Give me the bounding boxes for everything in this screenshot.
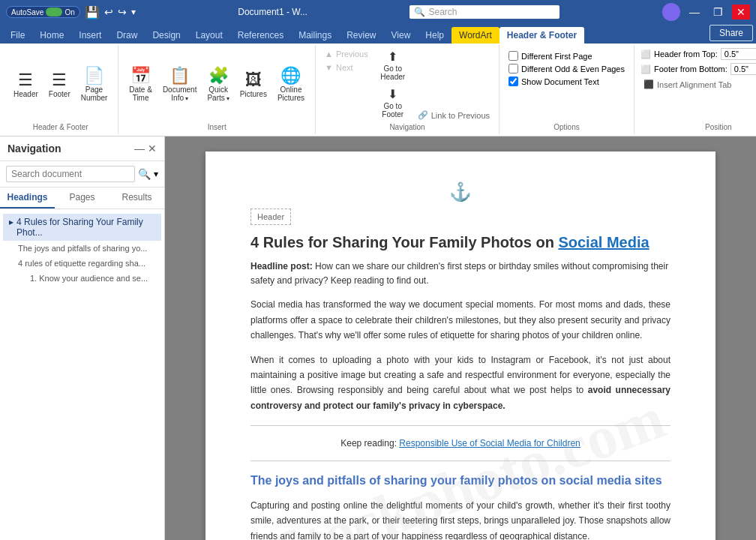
tab-results[interactable]: Results xyxy=(110,188,164,208)
header-icon: ☰ xyxy=(18,72,33,88)
nav-close-button[interactable]: ✕ xyxy=(148,142,157,154)
tab-wordart[interactable]: WordArt xyxy=(452,27,500,44)
goto-header-label: Go toHeader xyxy=(380,64,405,81)
header-from-top-input[interactable] xyxy=(721,48,756,60)
online-pictures-icon: 🌐 xyxy=(280,68,301,84)
link-to-prev: 🔗 Link to Previous xyxy=(415,48,493,122)
nav-item-know[interactable]: 1. Know your audience and se... xyxy=(3,271,161,286)
insert-buttons: 📅 Date &Time 📋 DocumentInfo▾ 🧩 QuickPart… xyxy=(124,48,309,122)
footer-from-bottom-input[interactable] xyxy=(730,63,756,75)
tab-headings[interactable]: Headings xyxy=(0,188,55,208)
goto-footer-button[interactable]: ⬇ Go toFooter xyxy=(374,86,412,122)
tab-insert[interactable]: Insert xyxy=(71,27,109,44)
para3: Capturing and posting online the delight… xyxy=(250,498,670,540)
tab-view[interactable]: View xyxy=(384,27,418,44)
title-bar-left: AutoSave On 💾 ↩ ↪ ▾ xyxy=(6,5,136,20)
link-icon: 🔗 xyxy=(418,110,428,120)
tab-header-footer[interactable]: Header & Footer xyxy=(500,27,584,44)
keep-reading-link[interactable]: Responsible Use of Social Media for Chil… xyxy=(399,438,580,448)
show-doc-text-checkbox[interactable] xyxy=(508,76,518,86)
page-number-icon: 📄 xyxy=(84,68,104,84)
page-number-label: PageNumber xyxy=(81,86,108,102)
document-info-button[interactable]: 📋 DocumentInfo▾ xyxy=(158,64,202,105)
tab-mailings[interactable]: Mailings xyxy=(291,27,339,44)
minimize-button[interactable]: — xyxy=(685,4,704,20)
headline-text: How can we share our children's first st… xyxy=(250,261,668,286)
close-button[interactable]: ✕ xyxy=(732,4,750,20)
autosave-toggle[interactable] xyxy=(46,8,62,16)
ribbon-group-position: ⬜ Header from Top: ▲ ▼ ⬜ Footer from Bot… xyxy=(634,45,756,134)
nav-item-rules[interactable]: 4 rules of etiquette regarding sha... xyxy=(3,256,161,271)
tab-references[interactable]: References xyxy=(230,27,291,44)
heading-link[interactable]: Social Media xyxy=(558,234,649,250)
header-button[interactable]: ☰ Header xyxy=(9,69,43,101)
tab-file[interactable]: File xyxy=(3,27,32,44)
header-indicator: Header xyxy=(250,208,291,225)
search-go-icon[interactable]: 🔍 xyxy=(138,168,151,180)
nav-search-input[interactable] xyxy=(6,166,135,182)
previous-label: Previous xyxy=(336,50,368,58)
nav-header-buttons: — ✕ xyxy=(134,142,157,154)
previous-icon: ▲ xyxy=(325,50,333,58)
different-first-page-checkbox[interactable] xyxy=(508,51,518,61)
link-to-previous-button[interactable]: 🔗 Link to Previous xyxy=(415,109,493,122)
goto-footer-icon: ⬇ xyxy=(388,88,398,100)
insert-alignment-tab-button[interactable]: ⬛ Insert Alignment Tab xyxy=(640,78,756,91)
tab-help[interactable]: Help xyxy=(418,27,452,44)
undo-icon[interactable]: ↩ xyxy=(104,6,113,18)
footer-icon: ☰ xyxy=(52,72,67,88)
online-pictures-button[interactable]: 🌐 OnlinePictures xyxy=(273,64,309,105)
tab-home[interactable]: Home xyxy=(32,27,71,44)
page-number-button[interactable]: 📄 PageNumber xyxy=(76,64,112,105)
anchor-icon: ⚓ xyxy=(250,182,670,202)
date-time-button[interactable]: 📅 Date &Time xyxy=(124,64,157,105)
document-main-heading: 4 Rules for Sharing Your Family Photos o… xyxy=(250,232,670,252)
nav-item-joys[interactable]: The joys and pitfalls of sharing yo... xyxy=(3,241,161,256)
autosave-button[interactable]: AutoSave On xyxy=(6,6,80,18)
document-info-label: DocumentInfo▾ xyxy=(163,86,197,102)
document-page: iStockphoto.com ⚓ Header 4 Rules for Sha… xyxy=(206,152,716,540)
footer-position-icon: ⬜ xyxy=(640,64,651,74)
nav-item-rules-label: 4 rules of etiquette regarding sha... xyxy=(18,259,146,268)
different-odd-even-checkbox[interactable] xyxy=(508,64,518,74)
search-icon: 🔍 xyxy=(414,7,425,17)
next-button[interactable]: ▼ Next xyxy=(322,62,371,74)
footer-label: Footer xyxy=(49,90,70,98)
document-area[interactable]: iStockphoto.com ⚓ Header 4 Rules for Sha… xyxy=(165,136,756,540)
nav-item-main-heading[interactable]: ▸ 4 Rules for Sharing Your Family Phot..… xyxy=(3,214,161,241)
avatar[interactable] xyxy=(662,3,680,21)
next-icon: ▼ xyxy=(325,63,333,72)
nav-item-joys-label: The joys and pitfalls of sharing yo... xyxy=(18,244,147,253)
redo-icon[interactable]: ↪ xyxy=(118,6,127,18)
save-icon[interactable]: 💾 xyxy=(85,5,100,20)
para2: When it comes to uploading a photo with … xyxy=(250,352,670,414)
nav-minimize-button[interactable]: — xyxy=(134,142,145,154)
tab-pages[interactable]: Pages xyxy=(55,188,110,208)
restore-button[interactable]: ❐ xyxy=(709,4,728,20)
ribbon-group-header-footer: ☰ Header ☰ Footer 📄 PageNumber Header & … xyxy=(3,45,118,134)
tab-design[interactable]: Design xyxy=(145,27,188,44)
goto-footer-label: Go toFooter xyxy=(382,102,404,118)
search-bar[interactable]: 🔍 Search xyxy=(410,5,560,19)
quick-parts-button[interactable]: 🧩 QuickParts▾ xyxy=(202,64,233,105)
para1: Social media has transformed the way we … xyxy=(250,297,670,343)
previous-button[interactable]: ▲ Previous xyxy=(322,48,371,60)
alignment-tab-icon: ⬛ xyxy=(644,80,654,89)
tab-review[interactable]: Review xyxy=(339,27,383,44)
pictures-button[interactable]: 🖼 Pictures xyxy=(236,69,272,101)
goto-header-button[interactable]: ⬆ Go toHeader xyxy=(374,48,412,84)
customize-qat-icon[interactable]: ▾ xyxy=(131,7,136,17)
headline-paragraph: Headline post: How can we share our chil… xyxy=(250,260,670,288)
title-bar: AutoSave On 💾 ↩ ↪ ▾ Document1 - W... 🔍 S… xyxy=(0,0,756,24)
pictures-icon: 🖼 xyxy=(245,72,262,88)
header-footer-buttons: ☰ Header ☰ Footer 📄 PageNumber xyxy=(9,48,112,122)
share-button[interactable]: Share xyxy=(710,25,753,41)
tab-draw[interactable]: Draw xyxy=(109,27,145,44)
document-info-icon: 📋 xyxy=(170,68,190,84)
nav-search-area: 🔍 ▾ xyxy=(0,161,164,188)
ribbon-group-insert: 📅 Date &Time 📋 DocumentInfo▾ 🧩 QuickPart… xyxy=(118,45,316,134)
search-dropdown-icon[interactable]: ▾ xyxy=(154,169,158,179)
tab-layout[interactable]: Layout xyxy=(188,27,230,44)
footer-button[interactable]: ☰ Footer xyxy=(44,69,75,101)
navigation-buttons-row: ▲ Previous ▼ Next ⬆ Go toHeader ⬇ Go toF… xyxy=(322,48,493,122)
